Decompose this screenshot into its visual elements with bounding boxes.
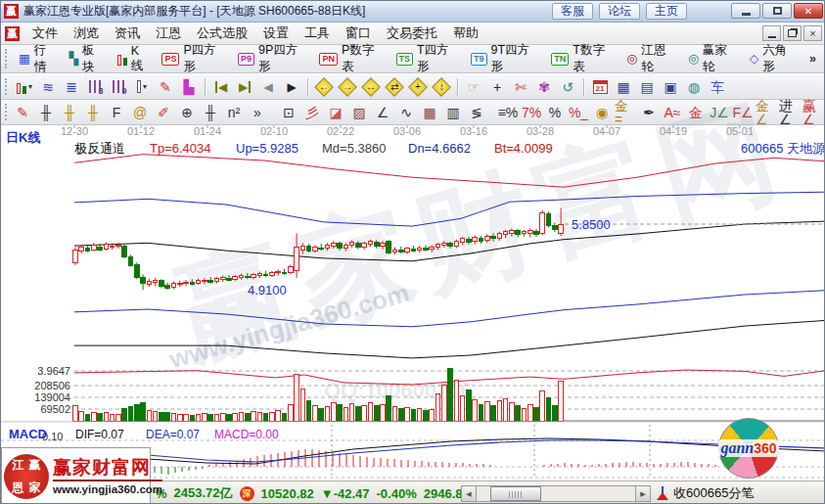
- bars-9-button[interactable]: 9: [108, 77, 129, 97]
- t9-square-button[interactable]: T99T四方形: [465, 40, 545, 77]
- annotate-button[interactable]: ✎: [155, 77, 176, 97]
- percent-button[interactable]: %: [544, 103, 566, 122]
- cut-button[interactable]: ✄: [510, 77, 531, 97]
- fan-box-button[interactable]: ◪: [325, 103, 346, 122]
- expand-vertical-button[interactable]: ↕: [431, 77, 452, 97]
- full-view-button[interactable]: +: [407, 77, 429, 97]
- menu-news[interactable]: 资讯: [107, 24, 148, 42]
- spiral-button[interactable]: @: [129, 103, 151, 122]
- calendar-button[interactable]: 21: [589, 77, 611, 97]
- scroll-thumb[interactable]: [490, 486, 541, 501]
- forum-button[interactable]: 论坛: [599, 3, 640, 20]
- scroll-left-arrow[interactable]: ◀: [461, 485, 477, 502]
- quotes-button[interactable]: ▦行情: [13, 40, 63, 77]
- wave-tool-button[interactable]: ∿: [395, 103, 417, 122]
- j-angle-button[interactable]: J∠: [709, 103, 730, 122]
- kline-button[interactable]: K线: [112, 42, 157, 76]
- gold-red-button[interactable]: 金: [685, 103, 707, 122]
- bars-3-button[interactable]: 3: [84, 77, 106, 97]
- gann-wheel-button[interactable]: ◎江恩轮: [620, 40, 682, 77]
- compass-button[interactable]: ⊕: [176, 103, 198, 122]
- kline-chart-canvas[interactable]: 5.85004.91003.96472085061390046950212-30…: [1, 125, 825, 481]
- first-page-button[interactable]: ◀: [210, 77, 232, 97]
- gann-fan-button[interactable]: 彡: [301, 103, 323, 122]
- more-tools-button[interactable]: »: [247, 103, 268, 122]
- t-number-table-button[interactable]: TNT数字表: [545, 40, 620, 77]
- draw-pen-button[interactable]: ✎: [12, 103, 33, 122]
- ruler-button[interactable]: ╫: [35, 103, 57, 122]
- grid-tool2-button[interactable]: ▥: [442, 103, 464, 122]
- customer-service-button[interactable]: 客服: [552, 3, 593, 20]
- ruler2-button[interactable]: ╫: [200, 103, 221, 122]
- overview-chart-button[interactable]: ≋: [37, 77, 59, 97]
- chart-panel[interactable]: 赢家财富网 www.yingjia360.com QQ:100600366 5.…: [1, 125, 825, 481]
- win-angle-button[interactable]: 赢∠: [802, 103, 824, 122]
- scroll-right-arrow[interactable]: ▶: [635, 485, 651, 502]
- gold-circle-button[interactable]: ◉: [591, 103, 613, 122]
- hexagon-button[interactable]: ◇六角形: [744, 40, 803, 77]
- toolbar-grip[interactable]: [5, 49, 9, 69]
- gold-ruler-button[interactable]: ╫: [59, 103, 80, 122]
- grid-tool-button[interactable]: ▦: [419, 103, 440, 122]
- web-button[interactable]: ◍: [683, 77, 705, 97]
- narrow-candle-button[interactable]: ▾: [131, 77, 153, 97]
- mdi-restore-button[interactable]: [783, 25, 802, 41]
- info-list-button[interactable]: ≣: [61, 77, 82, 97]
- percent-line-button[interactable]: %_: [568, 103, 589, 122]
- homepage-button[interactable]: 主页: [646, 3, 687, 20]
- t-square-button[interactable]: TST四方形: [390, 40, 465, 77]
- p9-square-button[interactable]: P99P四方形: [232, 40, 313, 77]
- a-wave-button[interactable]: A≈: [662, 103, 683, 122]
- horizontal-scrollbar[interactable]: ◀ ▶: [461, 485, 651, 502]
- angle-tool-button[interactable]: ∠: [372, 103, 393, 122]
- p-number-table-button[interactable]: PNP数字表: [313, 40, 390, 77]
- notes-button[interactable]: ▤: [636, 77, 658, 97]
- kline-style-button[interactable]: ▾: [14, 77, 35, 97]
- close-button[interactable]: ✕: [794, 3, 823, 19]
- shift-right-button[interactable]: →: [337, 77, 358, 97]
- maximize-button[interactable]: [762, 3, 792, 19]
- pan-hand-button[interactable]: ☞: [463, 77, 484, 97]
- hatch-box-button[interactable]: ▨: [348, 103, 370, 122]
- toolbar-grip[interactable]: [5, 104, 7, 121]
- winner-wheel-button[interactable]: ◎赢家轮: [682, 40, 744, 77]
- gold-ruler2-button[interactable]: ╫: [82, 103, 104, 122]
- mdi-close-button[interactable]: ×: [803, 25, 822, 41]
- diamond-arrow-icon: →: [338, 77, 357, 97]
- refresh-button[interactable]: ↺: [557, 77, 578, 97]
- toolbar-grip[interactable]: [5, 78, 9, 96]
- next-page-button[interactable]: ▶: [281, 77, 302, 97]
- f-ruler-button[interactable]: F: [106, 103, 127, 122]
- trade-truck-button[interactable]: 车: [707, 77, 728, 97]
- n-square-button[interactable]: n²: [223, 103, 245, 122]
- color-chart-button[interactable]: ▙: [178, 77, 200, 97]
- jin-angle-button[interactable]: 进∠: [779, 103, 801, 122]
- calculator-button[interactable]: ▦: [613, 77, 634, 97]
- expand-horizontal-button[interactable]: ↔: [360, 77, 382, 97]
- marker-button[interactable]: ✐: [153, 103, 174, 122]
- gold-lines-button[interactable]: 金=: [615, 103, 636, 122]
- save-button[interactable]: ▣: [660, 77, 681, 97]
- flag-pen-button[interactable]: ✒: [638, 103, 660, 122]
- f-angle-button[interactable]: F∠: [732, 103, 754, 122]
- box-tool-button[interactable]: ⊡: [278, 103, 299, 122]
- compress-horizontal-button[interactable]: ⇄: [384, 77, 405, 97]
- minimize-button[interactable]: [731, 3, 760, 19]
- sectors-button[interactable]: ▚板块: [63, 40, 111, 77]
- last-page-button[interactable]: ▶: [234, 77, 255, 97]
- prev-page-button[interactable]: ◀: [257, 77, 279, 97]
- gann-fan-button-icon: 彡: [305, 106, 319, 119]
- list-percent-button[interactable]: ≡%: [497, 103, 519, 122]
- p-square-button[interactable]: PSP四方形: [156, 40, 232, 77]
- nav-first-icon: ◀: [215, 81, 227, 93]
- lines-tool-button[interactable]: ≶: [466, 103, 487, 122]
- toolbar1-overflow-button[interactable]: »: [803, 50, 822, 68]
- scroll-track[interactable]: [477, 485, 635, 502]
- strike-percent-button[interactable]: 7%: [521, 103, 542, 122]
- mdi-minimize-button[interactable]: [762, 25, 781, 41]
- crosshair-button[interactable]: +: [486, 77, 508, 97]
- flip-button[interactable]: ✾: [533, 77, 555, 97]
- shift-left-button[interactable]: ←: [313, 77, 335, 97]
- gold-angle-button[interactable]: 金∠: [756, 103, 777, 122]
- svg-text:01-24: 01-24: [194, 125, 221, 137]
